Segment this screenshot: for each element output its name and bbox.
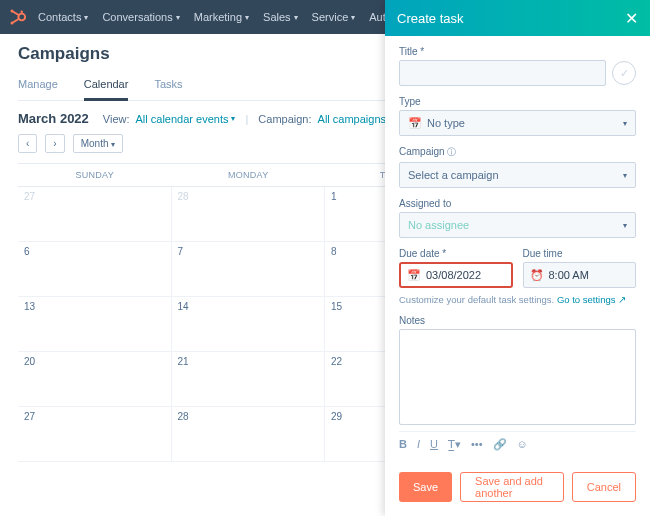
campaign-filter-label: Campaign: <box>258 113 311 125</box>
assignee-select[interactable]: No assignee ▾ <box>399 212 636 238</box>
text-color-icon[interactable]: T̲▾ <box>448 438 461 451</box>
chevron-down-icon: ▾ <box>623 221 627 230</box>
tab-tasks[interactable]: Tasks <box>154 72 182 100</box>
calendar-icon: 📅 <box>407 269 421 282</box>
assigned-label: Assigned to <box>399 198 636 209</box>
notes-editor[interactable] <box>399 329 636 425</box>
close-icon[interactable]: ✕ <box>625 9 638 28</box>
due-time-input[interactable]: ⏰ 8:00 AM <box>523 262 637 288</box>
svg-point-3 <box>11 10 14 13</box>
calendar-icon: 📅 <box>408 117 422 130</box>
panel-title: Create task <box>397 11 463 26</box>
type-label: Type <box>399 96 636 107</box>
notes-label: Notes <box>399 315 636 326</box>
cancel-button[interactable]: Cancel <box>572 472 636 502</box>
nav-contacts[interactable]: Contacts▾ <box>38 11 88 23</box>
bold-icon[interactable]: B <box>399 438 407 451</box>
chevron-down-icon: ▾ <box>351 13 355 22</box>
calendar-cell[interactable]: 20 <box>18 352 172 407</box>
nav-sales[interactable]: Sales▾ <box>263 11 298 23</box>
title-label: Title * <box>399 46 636 57</box>
type-select[interactable]: 📅No type ▾ <box>399 110 636 136</box>
panel-body: Title * ✓ Type 📅No type ▾ Campaign ⓘ Sel… <box>385 36 650 461</box>
chevron-down-icon: ▾ <box>231 114 235 123</box>
svg-point-5 <box>21 11 23 13</box>
chevron-down-icon: ▾ <box>294 13 298 22</box>
calendar-cell[interactable]: 21 <box>172 352 326 407</box>
complete-toggle[interactable]: ✓ <box>612 61 636 85</box>
external-link-icon: ↗ <box>618 294 626 305</box>
chevron-down-icon: ▾ <box>111 140 115 149</box>
calendar-cell[interactable]: 7 <box>172 242 326 297</box>
underline-icon[interactable]: U <box>430 438 438 451</box>
campaign-select[interactable]: Select a campaign ▾ <box>399 162 636 188</box>
nav-conversations[interactable]: Conversations▾ <box>102 11 179 23</box>
clock-icon: ⏰ <box>530 269 544 282</box>
chevron-down-icon: ▾ <box>623 119 627 128</box>
due-date-input[interactable]: 📅 03/08/2022 <box>399 262 513 288</box>
calendar-cell[interactable]: 28 <box>172 407 326 462</box>
tab-manage[interactable]: Manage <box>18 72 58 100</box>
month-view-dropdown[interactable]: Month ▾ <box>73 134 124 153</box>
info-icon[interactable]: ⓘ <box>447 147 456 157</box>
calendar-cell[interactable]: 27 <box>18 407 172 462</box>
due-date-label: Due date * <box>399 248 513 259</box>
link-icon[interactable]: 🔗 <box>493 438 507 451</box>
more-format-icon[interactable]: ••• <box>471 438 483 451</box>
month-label: March 2022 <box>18 111 89 126</box>
due-time-label: Due time <box>523 248 637 259</box>
day-header: MONDAY <box>172 164 326 186</box>
campaign-label: Campaign ⓘ <box>399 146 636 159</box>
editor-toolbar: B I U T̲▾ ••• 🔗 ☺ <box>399 431 636 461</box>
nav-service[interactable]: Service▾ <box>312 11 356 23</box>
panel-footer: Save Save and add another Cancel <box>385 462 650 516</box>
calendar-cell[interactable]: 14 <box>172 297 326 352</box>
tab-calendar[interactable]: Calendar <box>84 72 129 101</box>
campaign-filter-dropdown[interactable]: All campaigns▾ <box>318 113 393 125</box>
go-to-settings-link[interactable]: Go to settings ↗ <box>557 294 626 305</box>
view-label: View: <box>103 113 130 125</box>
nav-marketing[interactable]: Marketing▾ <box>194 11 249 23</box>
save-button[interactable]: Save <box>399 472 452 502</box>
title-input[interactable] <box>399 60 606 86</box>
chevron-down-icon: ▾ <box>176 13 180 22</box>
calendar-cell[interactable]: 13 <box>18 297 172 352</box>
hubspot-logo-icon[interactable] <box>8 7 28 27</box>
save-add-another-button[interactable]: Save and add another <box>460 472 564 502</box>
settings-hint: Customize your default task settings. Go… <box>399 294 636 305</box>
calendar-cell[interactable]: 27 <box>18 187 172 242</box>
day-header: SUNDAY <box>18 164 172 186</box>
chevron-down-icon: ▾ <box>623 171 627 180</box>
calendar-cell[interactable]: 6 <box>18 242 172 297</box>
chevron-down-icon: ▾ <box>245 13 249 22</box>
create-task-panel: Create task ✕ Title * ✓ Type 📅No type ▾ … <box>385 0 650 516</box>
svg-point-4 <box>11 22 14 25</box>
calendar-cell[interactable]: 28 <box>172 187 326 242</box>
panel-header: Create task ✕ <box>385 0 650 36</box>
next-month-button[interactable]: › <box>45 134 64 153</box>
italic-icon[interactable]: I <box>417 438 420 451</box>
emoji-icon[interactable]: ☺ <box>517 438 528 451</box>
chevron-down-icon: ▾ <box>84 13 88 22</box>
view-dropdown[interactable]: All calendar events▾ <box>136 113 236 125</box>
prev-month-button[interactable]: ‹ <box>18 134 37 153</box>
